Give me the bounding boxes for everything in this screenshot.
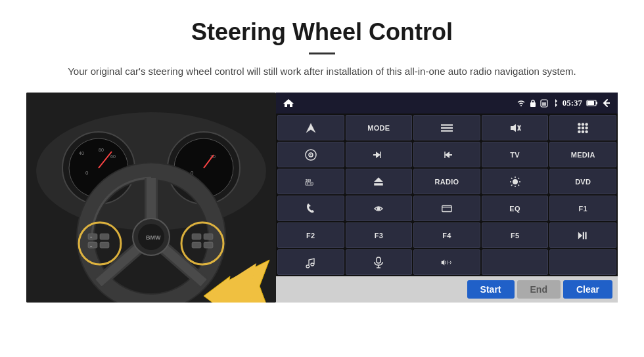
btn-brightness[interactable] bbox=[482, 169, 549, 194]
btn-vol-phone[interactable] bbox=[413, 249, 480, 275]
svg-marker-71 bbox=[445, 152, 449, 158]
page-title: Steering Wheel Control bbox=[26, 18, 618, 46]
bluetooth-icon bbox=[552, 98, 559, 108]
svg-line-85 bbox=[518, 184, 519, 186]
svg-text:0: 0 bbox=[85, 170, 89, 176]
btn-f3[interactable]: F3 bbox=[346, 222, 413, 248]
svg-marker-48 bbox=[306, 123, 315, 133]
btn-media[interactable]: MEDIA bbox=[549, 142, 616, 167]
svg-line-87 bbox=[511, 184, 513, 186]
btn-empty-1[interactable] bbox=[482, 249, 549, 275]
svg-point-56 bbox=[582, 123, 585, 126]
btn-mic[interactable] bbox=[346, 249, 413, 275]
action-bar: Start End Clear bbox=[276, 276, 618, 303]
btn-phone[interactable] bbox=[277, 196, 344, 221]
svg-rect-46 bbox=[587, 101, 594, 105]
svg-rect-89 bbox=[442, 205, 451, 211]
button-grid: MODE bbox=[276, 114, 618, 276]
btn-f5[interactable]: F5 bbox=[482, 222, 549, 248]
svg-text:−: − bbox=[90, 244, 93, 248]
svg-marker-91 bbox=[578, 232, 582, 239]
svg-text:60: 60 bbox=[110, 154, 116, 159]
svg-point-55 bbox=[578, 123, 581, 126]
svg-rect-36 bbox=[204, 242, 213, 248]
svg-point-66 bbox=[310, 154, 311, 156]
btn-dvd[interactable]: DVD bbox=[549, 169, 616, 194]
svg-point-60 bbox=[586, 126, 589, 129]
home-icon bbox=[283, 98, 294, 108]
clear-button[interactable]: Clear bbox=[563, 280, 612, 299]
svg-point-62 bbox=[582, 130, 585, 133]
svg-point-61 bbox=[578, 130, 581, 133]
svg-rect-28 bbox=[100, 234, 109, 240]
status-bar: 05:37 bbox=[276, 93, 618, 114]
svg-line-86 bbox=[518, 178, 519, 179]
svg-point-76 bbox=[310, 182, 312, 184]
svg-line-84 bbox=[511, 178, 513, 179]
btn-eject[interactable] bbox=[346, 169, 413, 194]
svg-text:BMW: BMW bbox=[146, 234, 161, 241]
svg-rect-35 bbox=[204, 234, 213, 240]
steering-wheel-svg: 0 60 80 40 0 30 bbox=[26, 93, 276, 303]
page-wrapper: Steering Wheel Control Your original car… bbox=[0, 0, 644, 303]
title-divider bbox=[309, 52, 335, 54]
sim-icon bbox=[540, 99, 548, 108]
btn-360[interactable]: 360 bbox=[277, 169, 344, 194]
btn-next[interactable] bbox=[413, 142, 480, 167]
start-button[interactable]: Start bbox=[467, 280, 515, 299]
svg-marker-68 bbox=[376, 152, 380, 158]
svg-text:+: + bbox=[90, 235, 93, 239]
btn-tv[interactable]: TV bbox=[482, 142, 549, 167]
btn-settings[interactable] bbox=[277, 142, 344, 167]
end-button[interactable]: End bbox=[517, 280, 561, 299]
svg-point-59 bbox=[582, 126, 585, 129]
svg-marker-97 bbox=[442, 259, 445, 265]
btn-f2[interactable]: F2 bbox=[277, 222, 344, 248]
battery-icon bbox=[586, 99, 598, 107]
svg-rect-41 bbox=[530, 102, 536, 107]
btn-apps[interactable] bbox=[549, 115, 616, 140]
svg-text:360: 360 bbox=[305, 178, 311, 182]
svg-text:40: 40 bbox=[79, 151, 84, 156]
svg-rect-34 bbox=[192, 242, 201, 248]
back-icon bbox=[602, 98, 611, 108]
btn-menu[interactable] bbox=[413, 115, 480, 140]
svg-point-58 bbox=[578, 126, 581, 129]
svg-point-57 bbox=[586, 123, 589, 126]
btn-music[interactable] bbox=[277, 249, 344, 275]
status-bar-right: 05:37 bbox=[517, 98, 611, 108]
btn-mute[interactable] bbox=[482, 115, 549, 140]
btn-mode[interactable]: MODE bbox=[346, 115, 413, 140]
status-bar-left bbox=[283, 98, 294, 108]
svg-point-63 bbox=[586, 130, 589, 133]
btn-eq[interactable]: EQ bbox=[482, 196, 549, 221]
btn-f4[interactable]: F4 bbox=[413, 222, 480, 248]
svg-rect-45 bbox=[596, 102, 597, 104]
btn-prev[interactable] bbox=[346, 142, 413, 167]
control-panel: 05:37 bbox=[276, 93, 618, 303]
wifi-icon bbox=[517, 99, 526, 107]
svg-point-75 bbox=[306, 182, 308, 184]
svg-point-88 bbox=[377, 207, 380, 210]
content-area: 0 60 80 40 0 30 bbox=[26, 93, 618, 303]
status-time: 05:37 bbox=[563, 98, 582, 108]
svg-marker-77 bbox=[375, 177, 384, 182]
btn-navigate[interactable] bbox=[277, 115, 344, 140]
btn-empty-2[interactable] bbox=[549, 249, 616, 275]
page-subtitle: Your original car's steering wheel contr… bbox=[26, 64, 618, 79]
svg-point-79 bbox=[513, 179, 518, 184]
svg-marker-52 bbox=[511, 124, 516, 132]
svg-rect-94 bbox=[377, 257, 380, 263]
svg-rect-29 bbox=[100, 242, 109, 248]
svg-rect-74 bbox=[305, 182, 313, 185]
btn-play-pause[interactable] bbox=[549, 222, 616, 248]
steering-wheel-image: 0 60 80 40 0 30 bbox=[26, 93, 276, 303]
lock-icon bbox=[530, 99, 536, 108]
svg-rect-33 bbox=[192, 234, 201, 240]
svg-text:80: 80 bbox=[99, 148, 104, 152]
svg-marker-40 bbox=[283, 99, 294, 107]
btn-swipe[interactable] bbox=[346, 196, 413, 221]
btn-f1[interactable]: F1 bbox=[549, 196, 616, 221]
btn-window[interactable] bbox=[413, 196, 480, 221]
btn-radio[interactable]: RADIO bbox=[413, 169, 480, 194]
